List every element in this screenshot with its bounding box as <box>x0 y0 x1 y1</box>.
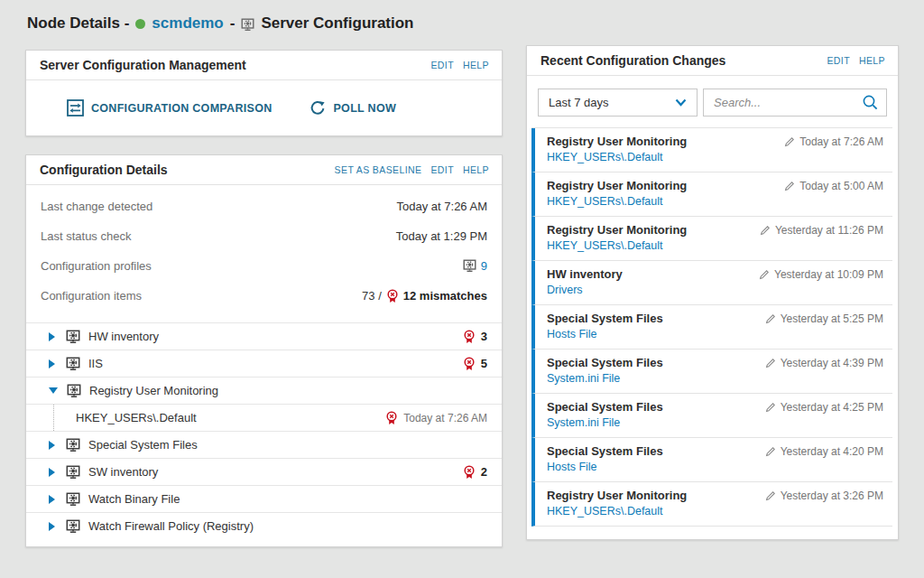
mismatch-count-text: 12 mismatches <box>403 289 487 303</box>
change-subtitle-link[interactable]: HKEY_USERs\.Default <box>547 239 663 252</box>
tree-row-special-system-files[interactable]: Special System Files <box>26 431 502 458</box>
change-time: Yesterday at 10:09 PM <box>759 268 883 281</box>
tree-row-watch-firewall-policy[interactable]: Watch Firewall Policy (Registry) <box>26 512 502 539</box>
change-subtitle-link[interactable]: System.ini File <box>547 416 620 429</box>
mismatch-badge-icon <box>463 465 476 480</box>
refresh-icon <box>310 100 326 117</box>
pencil-icon <box>765 313 776 324</box>
node-name-link[interactable]: scmdemo <box>152 14 223 33</box>
tree-row-status: 3 <box>463 330 487 344</box>
caret-right-icon[interactable] <box>49 332 55 341</box>
detail-value: 9 <box>463 259 487 273</box>
change-time-text: Yesterday at 4:25 PM <box>781 401 883 414</box>
tree-row-status: 2 <box>463 465 487 480</box>
change-item: Registry User Monitoring Yesterday at 11… <box>531 217 892 261</box>
detail-label: Last status check <box>41 229 131 243</box>
last-change-detected-row: Last change detected Today at 7:26 AM <box>41 191 487 221</box>
mismatch-count: 5 <box>481 357 487 370</box>
change-subtitle-link[interactable]: System.ini File <box>547 372 620 385</box>
change-time-text: Yesterday at 5:25 PM <box>781 312 883 325</box>
left-column: Server Configuration Management EDIT HEL… <box>25 50 503 547</box>
change-title: HW inventory <box>547 267 623 281</box>
set-as-baseline-link[interactable]: SET AS BASELINE <box>335 164 422 175</box>
help-link[interactable]: HELP <box>463 60 489 70</box>
change-time: Yesterday at 4:20 PM <box>765 445 883 458</box>
caret-right-icon[interactable] <box>49 522 55 531</box>
change-title: Registry User Monitoring <box>547 489 687 502</box>
mismatch-count: 2 <box>481 465 487 479</box>
tree-label: Registry User Monitoring <box>89 384 487 397</box>
scm-card-body: CONFIGURATION COMPARISON POLL NOW <box>26 80 502 135</box>
change-item: Special System Files Yesterday at 5:25 P… <box>531 305 892 350</box>
tree-row-sw-inventory[interactable]: SW inventory 2 <box>26 458 502 485</box>
profile-monitor-icon <box>66 465 80 480</box>
change-item: Special System Files Yesterday at 4:20 P… <box>531 438 892 482</box>
tree-row-hkey-users-default[interactable]: HKEY_USERs\.Default Today at 7:26 AM <box>26 404 502 431</box>
change-time-text: Yesterday at 11:26 PM <box>775 224 883 237</box>
change-list: Registry User Monitoring Today at 7:26 A… <box>531 127 892 527</box>
pencil-icon <box>760 225 771 236</box>
tree-row-watch-binary-file[interactable]: Watch Binary File <box>26 485 502 512</box>
change-title: Special System Files <box>547 444 663 458</box>
server-configuration-icon <box>241 18 254 32</box>
change-time: Yesterday at 11:26 PM <box>760 224 883 237</box>
change-time-text: Today at 7:26 AM <box>799 135 883 148</box>
search-box <box>703 89 887 117</box>
items-total: 73 / <box>362 289 382 303</box>
search-input[interactable] <box>714 96 856 109</box>
pencil-icon <box>759 269 770 280</box>
change-item: Registry User Monitoring Today at 7:26 A… <box>531 128 892 172</box>
last-status-check-row: Last status check Today at 1:29 PM <box>41 221 487 251</box>
details-card-header: Configuration Details SET AS BASELINE ED… <box>26 155 502 185</box>
tree-row-hw-inventory[interactable]: HW inventory 3 <box>26 322 502 350</box>
changes-filter-row: Last 7 days <box>527 76 898 117</box>
tree-row-registry-user-monitoring[interactable]: Registry User Monitoring <box>26 377 502 404</box>
tree-label: Special System Files <box>88 438 487 452</box>
profile-monitor-icon <box>66 357 80 371</box>
mismatch-count: 3 <box>481 330 487 343</box>
changes-card-header: Recent Configuration Changes EDIT HELP <box>527 46 898 76</box>
caret-down-icon[interactable] <box>49 387 58 394</box>
profile-monitor-icon <box>66 438 80 452</box>
tree-row-iis[interactable]: IIS 5 <box>26 350 502 377</box>
change-time-text: Yesterday at 4:20 PM <box>781 445 883 458</box>
change-subtitle-link[interactable]: Hosts File <box>547 328 597 340</box>
change-subtitle-link[interactable]: HKEY_USERs\.Default <box>547 195 663 208</box>
search-button[interactable] <box>856 94 879 111</box>
change-time: Yesterday at 4:25 PM <box>765 401 883 414</box>
scm-card-title: Server Configuration Management <box>40 58 246 72</box>
help-link[interactable]: HELP <box>859 55 885 66</box>
change-title: Special System Files <box>547 356 663 369</box>
scm-card-header: Server Configuration Management EDIT HEL… <box>26 51 502 80</box>
change-subtitle-link[interactable]: HKEY_USERs\.Default <box>547 151 663 163</box>
caret-right-icon[interactable] <box>49 359 55 368</box>
change-subtitle-link[interactable]: HKEY_USERs\.Default <box>547 505 663 517</box>
change-subtitle-link[interactable]: Drivers <box>547 284 583 296</box>
caret-right-icon[interactable] <box>49 468 55 477</box>
mismatch-badge-icon <box>463 330 476 344</box>
edit-link[interactable]: EDIT <box>430 60 454 70</box>
change-item: Special System Files Yesterday at 4:25 P… <box>531 394 892 438</box>
poll-now-button[interactable]: POLL NOW <box>310 100 396 117</box>
time-range-value: Last 7 days <box>549 96 609 109</box>
caret-right-icon[interactable] <box>49 441 55 450</box>
node-status-dot <box>135 19 145 29</box>
edit-link[interactable]: EDIT <box>827 55 850 66</box>
edit-link[interactable]: EDIT <box>430 164 454 175</box>
mismatch-badge-icon <box>385 411 398 425</box>
detail-value: 73 / 12 mismatches <box>362 289 487 303</box>
tree-label: IIS <box>88 357 463 370</box>
page-title: Node Details - scmdemo - Server Configur… <box>27 14 414 33</box>
change-time: Today at 7:26 AM <box>784 135 883 148</box>
profiles-count-link[interactable]: 9 <box>481 259 487 273</box>
change-time-text: Today at 5:00 AM <box>799 180 883 192</box>
change-subtitle-link[interactable]: Hosts File <box>547 461 597 473</box>
change-item: Special System Files Yesterday at 4:39 P… <box>531 350 892 394</box>
time-range-dropdown[interactable]: Last 7 days <box>538 89 698 117</box>
configuration-comparison-button[interactable]: CONFIGURATION COMPARISON <box>67 99 272 117</box>
caret-right-icon[interactable] <box>49 495 55 504</box>
help-link[interactable]: HELP <box>463 164 489 175</box>
changes-card-links: EDIT HELP <box>827 55 885 66</box>
server-configuration-management-card: Server Configuration Management EDIT HEL… <box>25 50 503 136</box>
configuration-profiles-row: Configuration profiles 9 <box>41 251 487 281</box>
